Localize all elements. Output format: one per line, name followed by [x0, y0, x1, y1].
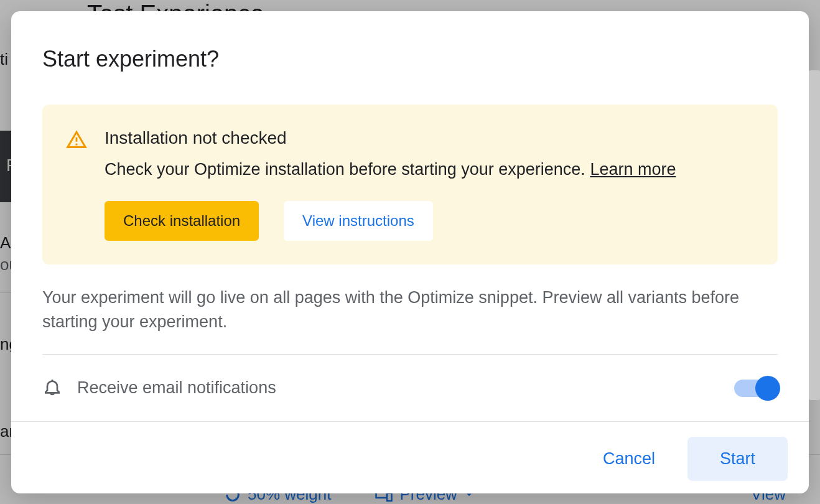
- warning-banner: Installation not checked Check your Opti…: [42, 105, 778, 264]
- bell-icon: [42, 377, 62, 399]
- learn-more-link[interactable]: Learn more: [590, 160, 676, 179]
- cancel-button[interactable]: Cancel: [595, 439, 663, 478]
- email-notifications-label: Receive email notifications: [77, 378, 719, 398]
- svg-rect-2: [76, 138, 78, 142]
- warning-heading: Installation not checked: [105, 128, 754, 148]
- svg-rect-3: [76, 144, 78, 146]
- dialog-footer: Cancel Start: [11, 421, 809, 493]
- start-experiment-dialog: Start experiment? Installation not check…: [11, 11, 809, 493]
- email-notifications-row: Receive email notifications: [42, 355, 778, 421]
- email-notifications-toggle[interactable]: [734, 380, 778, 397]
- toggle-knob: [755, 376, 780, 401]
- warning-text: Check your Optimize installation before …: [105, 157, 754, 182]
- check-installation-button[interactable]: Check installation: [105, 201, 259, 241]
- dialog-title: Start experiment?: [42, 46, 778, 72]
- scrollbar[interactable]: [809, 70, 820, 400]
- start-button[interactable]: Start: [687, 437, 788, 481]
- experiment-description: Your experiment will go live on all page…: [42, 286, 778, 334]
- warning-icon: [66, 129, 87, 153]
- view-instructions-button[interactable]: View instructions: [284, 201, 433, 241]
